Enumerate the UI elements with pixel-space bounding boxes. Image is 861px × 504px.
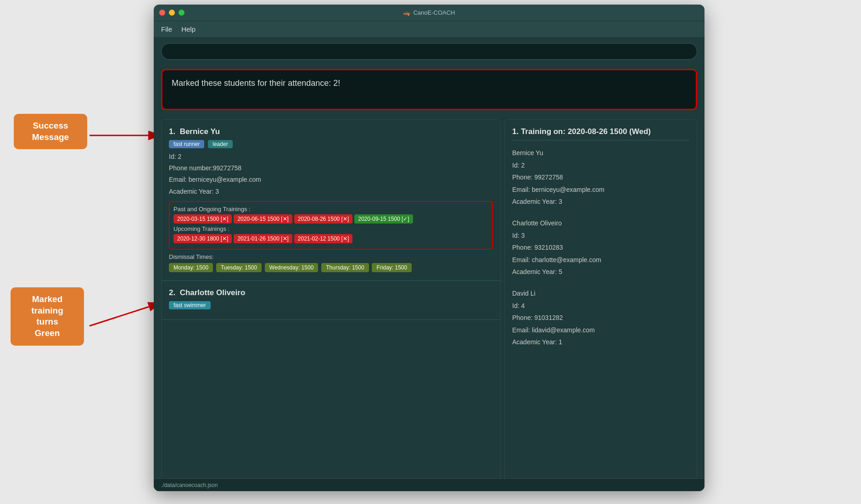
window-title: 🛶 CanoE-COACH <box>403 9 455 16</box>
student-name-2: 2. Charlotte Oliveiro <box>169 288 493 297</box>
success-message-text: Marked these students for their attendan… <box>172 78 340 88</box>
upcoming-tag-3[interactable]: 2021-02-12 1500 [✕] <box>294 234 352 243</box>
tp-year-1: Academic Year: 3 <box>512 196 689 208</box>
person-block-1: Bernice Yu Id: 2 Phone: 99272758 Email: … <box>512 147 689 208</box>
upcoming-tag-2[interactable]: 2021-01-26 1500 [✕] <box>234 234 292 243</box>
training-tag-3[interactable]: 2020-08-26 1500 [✕] <box>294 214 352 224</box>
tp-phone-1: Phone: 99272758 <box>512 171 689 184</box>
tp-name-1: Bernice Yu <box>512 147 689 159</box>
tp-id-2: Id: 3 <box>512 230 689 242</box>
student-name-1: 1. Bernice Yu <box>169 127 493 136</box>
title-bar: 🛶 CanoE-COACH <box>154 5 704 21</box>
close-button[interactable] <box>159 10 165 16</box>
svg-line-2 <box>89 303 161 326</box>
student-info-1: Id: 2 Phone number:99272758 Email: berni… <box>169 151 493 197</box>
dismissal-section: Dismissal Times: Monday: 1500 Tuesday: 1… <box>169 253 493 273</box>
success-message-annotation: Success Message <box>14 114 87 149</box>
training-box-1: Past and Ongoing Trainings : 2020-03-15 … <box>169 201 493 250</box>
upcoming-tag-1[interactable]: 2020-12-30 1800 [✕] <box>173 234 232 243</box>
tp-phone-2: Phone: 93210283 <box>512 241 689 254</box>
dismissal-monday: Monday: 1500 <box>169 263 213 272</box>
student-panel[interactable]: 1. Bernice Yu fast runner leader Id: 2 P… <box>161 119 501 491</box>
marked-training-annotation: Markedtraining turnsGreen <box>11 287 84 346</box>
tp-phone-3: Phone: 91031282 <box>512 312 689 324</box>
minimize-button[interactable] <box>169 10 175 16</box>
student-card-1: 1. Bernice Yu fast runner leader Id: 2 P… <box>162 120 500 281</box>
tp-name-3: David Li <box>512 287 689 300</box>
training-panel[interactable]: 1. Training on: 2020-08-26 1500 (Wed) Be… <box>504 119 697 491</box>
dismissal-tuesday: Tuesday: 1500 <box>216 263 262 272</box>
tp-id-3: Id: 4 <box>512 300 689 312</box>
tag-fast-swimmer: fast swimmer <box>169 301 211 309</box>
person-block-3: David Li Id: 4 Phone: 91031282 Email: li… <box>512 287 689 348</box>
menu-help[interactable]: Help <box>181 25 196 33</box>
training-tag-4[interactable]: 2020-09-15 1500 [✓] <box>354 214 413 224</box>
menu-bar: File Help <box>154 21 704 38</box>
dismissal-wednesday: Wednesday: 1500 <box>265 263 319 272</box>
past-trainings-label: Past and Ongoing Trainings : <box>173 206 488 213</box>
student-phone-1: Phone number:99272758 <box>169 162 493 174</box>
dismissal-tags: Monday: 1500 Tuesday: 1500 Wednesday: 15… <box>169 262 493 273</box>
student-year-1: Academic Year: 3 <box>169 186 493 197</box>
person-block-2: Charlotte Oliveiro Id: 3 Phone: 93210283… <box>512 217 689 278</box>
tp-id-1: Id: 2 <box>512 159 689 172</box>
tp-email-3: Email: lidavid@example.com <box>512 324 689 336</box>
training-tag-2[interactable]: 2020-06-15 1500 [✕] <box>234 214 292 224</box>
upcoming-trainings-label: Upcoming Trainings : <box>173 225 488 232</box>
student-tags-1: fast runner leader <box>169 140 493 151</box>
status-bar: ./data/canoecoach.json <box>154 478 704 491</box>
status-path: ./data/canoecoach.json <box>161 482 218 488</box>
app-window: 🛶 CanoE-COACH File Help Marked these stu… <box>154 5 704 491</box>
tag-leader: leader <box>208 140 232 148</box>
dismissal-label: Dismissal Times: <box>169 253 493 260</box>
main-content: 1. Bernice Yu fast runner leader Id: 2 P… <box>154 114 704 491</box>
tp-name-2: Charlotte Oliveiro <box>512 217 689 230</box>
student-card-2: 2. Charlotte Oliveiro fast swimmer <box>162 281 500 320</box>
tag-fast-runner: fast runner <box>169 140 204 148</box>
success-message-box: Marked these students for their attendan… <box>161 69 697 110</box>
search-area <box>154 38 704 65</box>
menu-file[interactable]: File <box>161 25 172 33</box>
dismissal-friday: Friday: 1500 <box>372 263 412 272</box>
past-training-tags: 2020-03-15 1500 [✕] 2020-06-15 1500 [✕] … <box>173 214 488 224</box>
search-bar[interactable] <box>161 43 697 60</box>
tp-year-3: Academic Year: 1 <box>512 336 689 348</box>
student-email-1: Email: berniceyu@example.com <box>169 174 493 185</box>
student-tags-2: fast swimmer <box>169 301 493 312</box>
tp-email-1: Email: berniceyu@example.com <box>512 184 689 196</box>
student-id-1: Id: 2 <box>169 151 493 162</box>
dismissal-thursday: Thursday: 1500 <box>321 263 369 272</box>
upcoming-training-tags: 2020-12-30 1800 [✕] 2021-01-26 1500 [✕] … <box>173 234 488 243</box>
tp-year-2: Academic Year: 5 <box>512 266 689 278</box>
training-panel-header: 1. Training on: 2020-08-26 1500 (Wed) <box>512 127 689 140</box>
window-controls <box>159 10 184 16</box>
training-tag-1[interactable]: 2020-03-15 1500 [✕] <box>173 214 232 224</box>
tp-email-2: Email: charlotte@example.com <box>512 254 689 266</box>
maximize-button[interactable] <box>179 10 184 16</box>
